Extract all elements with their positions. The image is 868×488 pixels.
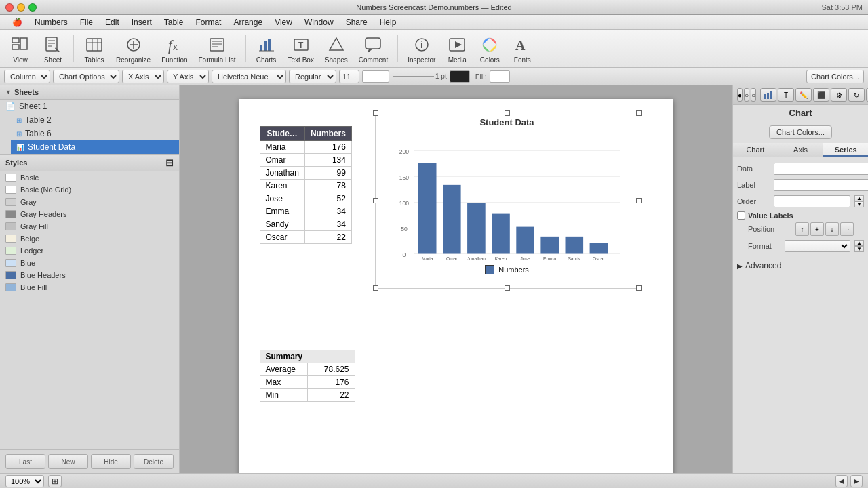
table-row[interactable]: Oscar22 — [260, 231, 351, 244]
toolbar-shapes[interactable]: Shapes — [321, 33, 352, 65]
sidebar-item-table6[interactable]: ⊞ Table 6 — [11, 127, 179, 140]
maximize-button[interactable] — [28, 3, 37, 12]
chart-colors-btn[interactable]: Chart Colors... — [806, 70, 864, 83]
toolbar-media[interactable]: Media — [442, 33, 472, 65]
scroll-left-btn[interactable]: ◀ — [835, 475, 848, 487]
table-row[interactable]: Karen78 — [260, 180, 351, 192]
chart-options-select[interactable]: Chart Options — [53, 70, 119, 83]
style-item-ledger[interactable]: Ledger — [0, 245, 179, 257]
style-item-gray-headers[interactable]: Gray Headers — [0, 208, 179, 220]
menu-share[interactable]: Share — [340, 16, 373, 28]
menu-numbers[interactable]: Numbers — [29, 16, 73, 28]
handle-tr[interactable] — [636, 110, 642, 116]
minimize-button[interactable] — [17, 3, 25, 12]
inspector-btn-2[interactable]: ○ — [744, 88, 749, 102]
inspector-btn-filter[interactable]: ⚙ — [831, 88, 847, 102]
sidebar-item-table2[interactable]: ⊞ Table 2 — [11, 113, 179, 127]
menu-help[interactable]: Help — [374, 16, 402, 28]
handle-bm[interactable] — [505, 285, 510, 291]
pos-btn-center[interactable]: + — [810, 222, 824, 236]
scroll-right-btn[interactable]: ▶ — [850, 475, 863, 487]
tab-axis[interactable]: Axis — [778, 143, 824, 157]
menu-edit[interactable]: Edit — [100, 16, 125, 28]
menu-apple[interactable]: 🍎 — [7, 16, 28, 28]
pos-btn-above[interactable]: ↑ — [795, 222, 809, 236]
canvas-area[interactable]: Stude… Numbers Maria176Omar134Jonathan99… — [180, 85, 732, 473]
sidebar-item-sheet1[interactable]: 📄 Sheet 1 — [0, 100, 179, 113]
x-axis-select[interactable]: X Axis — [122, 70, 164, 83]
column-select[interactable]: Column — [4, 70, 50, 83]
tab-series[interactable]: Series — [823, 143, 868, 157]
data-input[interactable] — [774, 163, 868, 175]
toolbar-sheet[interactable]: Sheet — [38, 33, 68, 65]
pos-btn-end[interactable]: → — [840, 222, 854, 236]
inspector-btn-3[interactable]: ○ — [751, 88, 756, 102]
toolbar-charts[interactable]: Charts — [252, 33, 281, 65]
table-row[interactable]: Sandy34 — [260, 218, 351, 231]
sidebar-item-student-data[interactable]: 📊 Student Data — [11, 140, 179, 154]
inspector-btn-arrange[interactable]: ⬛ — [813, 88, 829, 102]
format-select[interactable] — [785, 240, 850, 252]
menu-arrange[interactable]: Arrange — [228, 16, 268, 28]
close-button[interactable] — [5, 3, 14, 12]
inspector-btn-refresh[interactable]: ↻ — [848, 88, 865, 102]
table-row[interactable]: Emma34 — [260, 205, 351, 218]
order-input[interactable] — [774, 195, 850, 207]
window-controls[interactable] — [5, 3, 37, 12]
inspector-btn-text[interactable]: T — [778, 88, 794, 102]
style-action-delete[interactable]: Delete — [134, 454, 174, 469]
value-labels-checkbox[interactable] — [737, 211, 745, 220]
menu-window[interactable]: Window — [299, 16, 339, 28]
handle-br[interactable] — [636, 285, 642, 291]
y-axis-select[interactable]: Y Axis — [167, 70, 209, 83]
toolbar-colors[interactable]: Colors — [475, 33, 505, 65]
inspector-btn-1[interactable]: ● — [737, 88, 743, 102]
style-item-blue-fill[interactable]: Blue Fill — [0, 281, 179, 293]
menu-view[interactable]: View — [269, 16, 298, 28]
label-input[interactable] — [774, 179, 868, 191]
style-item-basic-no-grid[interactable]: Basic (No Grid) — [0, 184, 179, 196]
style-item-basic[interactable]: Basic — [0, 171, 179, 184]
handle-bl[interactable] — [373, 285, 378, 291]
inspector-btn-chart[interactable] — [760, 88, 776, 102]
order-down-btn[interactable]: ▼ — [854, 201, 864, 207]
toolbar-formula-list[interactable]: Formula List — [195, 33, 240, 65]
style-action-new[interactable]: New — [48, 454, 88, 469]
handle-tl[interactable] — [373, 110, 378, 116]
tab-chart[interactable]: Chart — [733, 143, 778, 157]
style-item-beige[interactable]: Beige — [0, 232, 179, 245]
chart-colors-button[interactable]: Chart Colors... — [769, 125, 832, 139]
zoom-select[interactable]: 100% — [5, 475, 44, 487]
style-action-last[interactable]: Last — [5, 454, 45, 469]
toolbar-comment[interactable]: Comment — [355, 33, 392, 65]
pos-btn-below[interactable]: ↓ — [825, 222, 839, 236]
toolbar-inspector[interactable]: i Inspector — [403, 33, 439, 65]
order-up-btn[interactable]: ▲ — [854, 195, 864, 201]
font-select[interactable]: Helvetica Neue — [212, 70, 286, 83]
style-action-hide[interactable]: Hide — [91, 454, 131, 469]
handle-tm[interactable] — [505, 110, 510, 116]
style-item-gray-fill[interactable]: Gray Fill — [0, 220, 179, 232]
font-weight-select[interactable]: Regular — [289, 70, 336, 83]
style-item-blue-headers[interactable]: Blue Headers — [0, 269, 179, 281]
table-row[interactable]: Maria176 — [260, 141, 351, 154]
stroke-color-swatch[interactable] — [450, 70, 470, 83]
format-down-btn[interactable]: ▼ — [854, 246, 864, 252]
summary-table[interactable]: SummaryAverage78.625Max176Min22 — [260, 350, 355, 402]
font-size-input[interactable] — [339, 70, 359, 83]
styles-expand-icon[interactable]: ⊟ — [165, 157, 174, 168]
menu-table[interactable]: Table — [159, 16, 189, 28]
table-row[interactable]: Omar134 — [260, 154, 351, 167]
toolbar-reorganize[interactable]: Reorganize — [112, 33, 155, 65]
format-up-btn[interactable]: ▲ — [854, 240, 864, 246]
style-item-gray[interactable]: Gray — [0, 196, 179, 208]
data-table[interactable]: Stude… Numbers Maria176Omar134Jonathan99… — [260, 126, 352, 244]
toolbar-view[interactable]: View — [5, 33, 35, 65]
menu-insert[interactable]: Insert — [126, 16, 157, 28]
toolbar-tables[interactable]: Tables — [79, 33, 109, 65]
advanced-row[interactable]: ▶ Advanced — [737, 258, 864, 273]
toolbar-function[interactable]: fx Function — [157, 33, 191, 65]
menu-format[interactable]: Format — [190, 16, 226, 28]
toolbar-fonts[interactable]: A Fonts — [507, 33, 537, 65]
toolbar-text-box[interactable]: T Text Box — [284, 33, 318, 65]
